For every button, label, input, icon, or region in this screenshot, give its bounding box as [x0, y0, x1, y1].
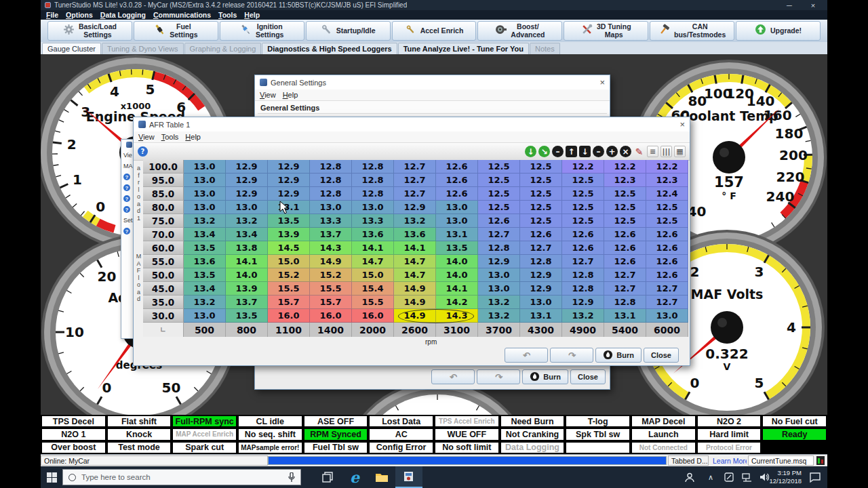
afr-cell[interactable]: 14.0 — [436, 255, 478, 268]
afr-cell[interactable]: 12.9 — [268, 160, 310, 174]
afr-cell[interactable]: 12.5 — [520, 160, 562, 174]
afr-cell[interactable]: 13.1 — [436, 228, 478, 241]
shift-up-icon[interactable]: ↑ — [566, 146, 577, 157]
learn-more-link[interactable]: Learn More! — [709, 455, 747, 466]
tab-diagnostics-high-speed-loggers[interactable]: Diagnostics & High Speed Loggers — [262, 43, 397, 54]
afr-cell[interactable]: 12.5 — [520, 214, 562, 228]
undo-button[interactable]: ↶ — [431, 369, 475, 384]
menu-item-options[interactable]: Options — [66, 11, 93, 19]
undo-button[interactable]: ↶ — [505, 348, 548, 363]
close-button[interactable]: Close — [570, 369, 606, 384]
burn-button[interactable]: Burn — [595, 348, 642, 363]
tab-tuning-dyno-views[interactable]: Tuning & Dyno Views — [102, 43, 184, 54]
afr-cell[interactable]: 16.0 — [268, 309, 310, 323]
afr-cell[interactable]: 14.9 — [394, 282, 436, 296]
afr-cell[interactable]: 12.6 — [604, 255, 646, 268]
afr-cell[interactable]: 16.0 — [310, 309, 352, 323]
afr-cell[interactable]: 13.9 — [226, 282, 268, 296]
afr-cell[interactable]: 13.6 — [184, 255, 226, 268]
pen-tray-icon[interactable] — [720, 466, 738, 488]
afr-cell[interactable]: 13.6 — [394, 228, 436, 241]
afr-cell[interactable]: 12.8 — [520, 255, 562, 268]
afr-cell[interactable]: 13.6 — [352, 228, 394, 241]
afr-cell[interactable]: 12.3 — [646, 174, 688, 187]
file-explorer-button[interactable] — [368, 466, 395, 488]
afr-cell[interactable]: 13.2 — [226, 214, 268, 228]
afr-cell[interactable]: 13.0 — [478, 282, 520, 296]
menu-item-view[interactable]: View — [260, 91, 276, 99]
menu-item-file[interactable]: File — [46, 11, 58, 19]
afr-cell[interactable]: 12.5 — [562, 201, 604, 214]
multiply-icon[interactable]: × — [620, 146, 631, 157]
afr-cell[interactable]: 12.6 — [436, 160, 478, 174]
taskbar-clock[interactable]: 3:19 PM 12/12/2018 — [769, 469, 802, 485]
help-icon[interactable]: ? — [138, 146, 148, 157]
afr-cell[interactable]: 13.2 — [478, 309, 520, 323]
afr-cell[interactable]: 12.9 — [268, 174, 310, 187]
redo-button[interactable]: ↷ — [550, 348, 593, 363]
afr-cell[interactable]: 14.9 — [394, 309, 436, 323]
afr-cell[interactable]: 13.3 — [352, 214, 394, 228]
afr-cell[interactable]: 12.5 — [520, 201, 562, 214]
menu-item-tools[interactable]: Tools — [161, 133, 179, 141]
afr-cell[interactable]: 12.7 — [646, 296, 688, 309]
afr-cell[interactable]: 12.5 — [604, 201, 646, 214]
afr-cell[interactable]: 15.0 — [352, 268, 394, 282]
afr-cell[interactable]: 12.9 — [520, 268, 562, 282]
afr-cell[interactable]: 13.5 — [436, 241, 478, 255]
afr-cell[interactable]: 12.9 — [226, 174, 268, 187]
afr-cell[interactable]: 12.4 — [646, 187, 688, 201]
afr-cell[interactable]: 12.8 — [310, 174, 352, 187]
close-icon[interactable]: × — [803, 1, 823, 9]
toolbar-button-boost-advanced[interactable]: Boost/Advanced — [477, 21, 562, 41]
network-tray-icon[interactable] — [738, 466, 755, 488]
afr-cell[interactable]: 13.4 — [184, 282, 226, 296]
afr-cell[interactable]: 15.5 — [268, 282, 310, 296]
afr-cell[interactable]: 13.4 — [184, 228, 226, 241]
taskbar-search-input[interactable]: Type here to search — [62, 469, 301, 485]
toolbar-button-basic-load-settings[interactable]: Basic/LoadSettings — [47, 21, 132, 41]
afr-cell[interactable]: 15.2 — [268, 268, 310, 282]
afr-cell[interactable]: 12.6 — [646, 268, 688, 282]
afr-cell[interactable]: 12.7 — [604, 268, 646, 282]
afr-cell[interactable]: 12.9 — [268, 187, 310, 201]
afr-cell[interactable]: 12.8 — [352, 160, 394, 174]
scale-increase-icon[interactable]: ↘ — [538, 146, 550, 157]
afr-cell[interactable]: 12.9 — [394, 201, 436, 214]
afr-cell[interactable]: 12.6 — [604, 241, 646, 255]
afr-cell[interactable]: 12.7 — [562, 255, 604, 268]
afr-cell[interactable]: 13.1 — [520, 309, 562, 323]
afr-cell[interactable]: 12.9 — [562, 296, 604, 309]
afr-cell[interactable]: 12.5 — [562, 174, 604, 187]
afr-cell[interactable]: 12.8 — [562, 268, 604, 282]
tunerstudio-taskbar-button[interactable] — [395, 466, 422, 488]
afr-cell[interactable]: 14.7 — [394, 255, 436, 268]
tab-graphing-logging[interactable]: Graphing & Logging — [184, 43, 262, 54]
menu-item-tools[interactable]: Tools — [218, 11, 237, 19]
afr-cell[interactable]: 14.7 — [352, 255, 394, 268]
afr-cell[interactable]: 12.6 — [478, 214, 520, 228]
afr-cell[interactable]: 12.8 — [478, 241, 520, 255]
afr-cell[interactable]: 16.0 — [352, 309, 394, 323]
afr-cell[interactable]: 12.6 — [436, 174, 478, 187]
afr-cell[interactable]: 13.4 — [226, 228, 268, 241]
afr-cell[interactable]: 14.1 — [226, 255, 268, 268]
afr-cell[interactable]: 12.8 — [562, 282, 604, 296]
toolbar-button-fuel-settings[interactable]: FuelSettings — [134, 21, 218, 41]
afr-cell[interactable]: 12.8 — [310, 187, 352, 201]
afr-cell[interactable]: 12.7 — [520, 241, 562, 255]
afr-cell[interactable]: 12.9 — [478, 255, 520, 268]
action-center-button[interactable] — [804, 466, 826, 488]
afr-cell[interactable]: 12.5 — [520, 174, 562, 187]
afr-cell[interactable]: 13.7 — [226, 296, 268, 309]
afr-cell[interactable]: 13.2 — [562, 309, 604, 323]
afr-cell[interactable]: 14.3 — [436, 309, 478, 323]
afr-cell[interactable]: 13.7 — [310, 228, 352, 241]
edge-button[interactable]: e — [341, 466, 368, 488]
afr-cell[interactable]: 12.9 — [226, 160, 268, 174]
afr-cell[interactable]: 13.1 — [268, 201, 310, 214]
afr-cell[interactable]: 12.7 — [394, 174, 436, 187]
afr-cell[interactable]: 14.9 — [394, 296, 436, 309]
burn-button[interactable]: Burn — [522, 369, 568, 384]
close-icon[interactable]: × — [679, 120, 685, 129]
